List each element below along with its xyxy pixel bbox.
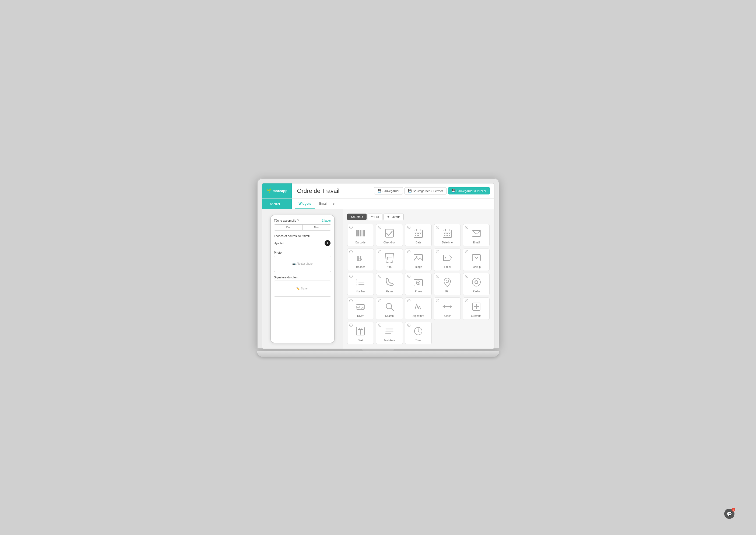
widget-info-icon: i [465, 275, 468, 278]
widget-textarea[interactable]: i Text Area [376, 322, 403, 344]
camera-icon: 📷 [292, 262, 296, 265]
widget-signature[interactable]: i Signature [405, 297, 432, 320]
datetime-label: Datetime [442, 241, 453, 244]
widget-time[interactable]: i Time [405, 322, 432, 344]
widget-text[interactable]: i Text [347, 322, 374, 344]
widget-search[interactable]: i Search [376, 297, 403, 320]
laptop-notch [362, 349, 394, 351]
signature-section: Signature du client ✏️ Signer [274, 276, 331, 297]
svg-rect-16 [415, 235, 416, 236]
widget-number[interactable]: i 1 2 3 [347, 273, 374, 296]
filter-favoris[interactable]: ★ Favoris [384, 213, 404, 220]
header-icon: B [354, 251, 367, 264]
svg-line-56 [391, 308, 393, 311]
widget-image[interactable]: i Image [405, 248, 432, 271]
nav-more-icon: > [333, 202, 335, 206]
nav-more-button[interactable]: > [332, 202, 336, 206]
svg-text:3: 3 [356, 283, 358, 286]
photo-placeholder[interactable]: 📷 Ajouter photo [274, 256, 331, 272]
nav-back-label: ← Annuler [266, 202, 280, 206]
widget-info-icon: i [349, 226, 353, 229]
svg-rect-46 [417, 279, 420, 280]
page-title: Ordre de Travail [297, 187, 340, 194]
widget-phone[interactable]: i Phone [376, 273, 403, 296]
svg-point-35 [445, 257, 446, 258]
signature-placeholder-label: Signer [301, 287, 308, 290]
subform-icon [470, 300, 483, 313]
widget-barcode[interactable]: i [347, 224, 374, 246]
html-label: Html [387, 266, 393, 268]
signature-label: Signature [413, 314, 424, 317]
widget-lookup[interactable]: i Lookup [463, 248, 490, 271]
svg-rect-51 [356, 304, 365, 309]
number-icon: 1 2 3 [354, 276, 367, 288]
widget-label[interactable]: i Label [434, 248, 461, 271]
signature-placeholder[interactable]: ✏️ Signer [274, 281, 331, 297]
tab-email[interactable]: Email [315, 199, 331, 209]
svg-rect-23 [447, 233, 448, 234]
widget-info-icon: i [378, 299, 381, 302]
svg-rect-27 [449, 235, 450, 236]
filter-pro[interactable]: ✏ Pro [368, 213, 382, 220]
widgets-panel: 🏷 Défaut ✏ Pro ★ Favoris i [343, 209, 494, 349]
task-clear-link[interactable]: Effacer [322, 219, 331, 222]
svg-point-47 [446, 280, 449, 283]
widget-datetime[interactable]: i [434, 224, 461, 246]
form-preview-panel: Tâche accomplie ? Effacer Oui Non [262, 209, 343, 349]
widget-header[interactable]: i B Header [347, 248, 374, 271]
widget-html[interactable]: i 5 Html [376, 248, 403, 271]
widget-slider[interactable]: i Slide [434, 297, 461, 320]
widget-info-icon: i [349, 324, 353, 327]
email-label: Email [473, 241, 480, 244]
pin-label: Pin [446, 290, 449, 293]
save-label: Sauvegarder [382, 189, 399, 193]
widget-info-icon: i [378, 324, 381, 327]
widget-checkbox[interactable]: i Checkbox [376, 224, 403, 246]
date-icon [412, 227, 425, 239]
widget-radio[interactable]: i Radio [463, 273, 490, 296]
app-logo: 🌱 moreapp [262, 183, 292, 199]
widget-email[interactable]: i Email [463, 224, 490, 246]
svg-rect-15 [420, 233, 421, 234]
save-publish-button[interactable]: 💾 Sauvegarder & Publier [448, 187, 490, 194]
textarea-label: Text Area [384, 339, 395, 342]
svg-marker-60 [443, 305, 445, 308]
toggle-no[interactable]: Non [302, 225, 331, 230]
task-title: Tâche accomplie ? [274, 219, 299, 222]
chat-button[interactable]: 💬 3 [724, 509, 735, 519]
widget-subform[interactable]: i Subform [463, 297, 490, 320]
checkbox-icon [383, 227, 396, 239]
header-label: Header [356, 266, 365, 268]
date-label: Date [416, 241, 421, 244]
add-subform-button[interactable]: + [325, 240, 331, 246]
save-publish-icon: 💾 [451, 189, 455, 193]
save-publish-label: Sauvegarder & Publier [456, 189, 486, 193]
save-button[interactable]: 💾 Sauvegarder [374, 187, 403, 194]
widget-date[interactable]: i [405, 224, 432, 246]
phone-icon [383, 276, 396, 288]
widgets-grid: i [347, 224, 490, 344]
nav-back-button[interactable]: ← Annuler [262, 199, 292, 209]
task-toggle-group: Oui Non [274, 224, 331, 231]
svg-rect-24 [449, 233, 450, 234]
tab-widgets-label: Widgets [299, 202, 311, 206]
toggle-yes[interactable]: Oui [274, 225, 303, 230]
widget-info-icon: i [436, 275, 439, 278]
widget-info-icon: i [378, 250, 381, 253]
mobile-frame: Tâche accomplie ? Effacer Oui Non [270, 215, 335, 343]
widget-rdw[interactable]: i RDW [347, 297, 374, 320]
filter-default[interactable]: 🏷 Défaut [347, 213, 366, 220]
widget-info-icon: i [407, 275, 410, 278]
tab-email-label: Email [319, 202, 327, 206]
subform-section: Tâches et heures de travail Ajouter + [274, 234, 331, 247]
widget-info-icon: i [407, 324, 410, 327]
tab-widgets[interactable]: Widgets [295, 199, 315, 209]
svg-rect-4 [361, 230, 362, 237]
svg-point-34 [416, 256, 418, 258]
widget-pin[interactable]: i Pin [434, 273, 461, 296]
svg-rect-3 [360, 230, 360, 237]
widget-photo[interactable]: i Photo [405, 273, 432, 296]
save-close-button[interactable]: 💾 Sauvegarder & Fermer [404, 187, 447, 194]
datetime-icon [441, 227, 454, 239]
add-label: Ajouter [275, 241, 284, 245]
